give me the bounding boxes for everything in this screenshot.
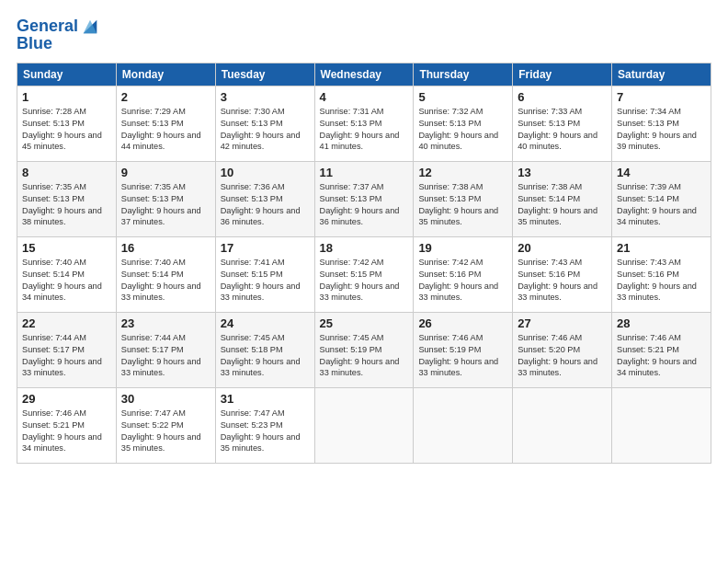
calendar-week-row: 22Sunrise: 7:44 AMSunset: 5:17 PMDayligh… <box>17 312 711 387</box>
day-info: Sunrise: 7:42 AMSunset: 5:15 PMDaylight:… <box>320 257 409 304</box>
day-number: 1 <box>22 90 111 104</box>
calendar-day-cell: 31Sunrise: 7:47 AMSunset: 5:23 PMDayligh… <box>215 387 314 463</box>
day-info: Sunrise: 7:40 AMSunset: 5:14 PMDaylight:… <box>121 257 210 304</box>
calendar-day-cell: 14Sunrise: 7:39 AMSunset: 5:14 PMDayligh… <box>612 161 711 236</box>
weekday-header: Saturday <box>612 63 711 86</box>
day-info: Sunrise: 7:34 AMSunset: 5:13 PMDaylight:… <box>617 106 706 154</box>
day-number: 3 <box>221 90 310 104</box>
day-info: Sunrise: 7:38 AMSunset: 5:13 PMDaylight:… <box>418 181 507 229</box>
day-info: Sunrise: 7:47 AMSunset: 5:22 PMDaylight:… <box>121 408 210 455</box>
day-number: 28 <box>617 316 706 330</box>
calendar-table: SundayMondayTuesdayWednesdayThursdayFrid… <box>17 63 711 464</box>
day-number: 21 <box>617 241 706 255</box>
calendar-day-cell: 16Sunrise: 7:40 AMSunset: 5:14 PMDayligh… <box>116 236 215 312</box>
calendar-day-cell <box>612 387 711 463</box>
day-info: Sunrise: 7:46 AMSunset: 5:20 PMDaylight:… <box>518 332 607 380</box>
calendar-day-cell: 6Sunrise: 7:33 AMSunset: 5:13 PMDaylight… <box>513 86 612 161</box>
day-number: 29 <box>22 392 111 406</box>
calendar-day-cell: 12Sunrise: 7:38 AMSunset: 5:13 PMDayligh… <box>414 161 513 236</box>
logo-text2: Blue <box>17 35 52 53</box>
day-info: Sunrise: 7:37 AMSunset: 5:13 PMDaylight:… <box>320 181 409 229</box>
calendar-day-cell: 19Sunrise: 7:42 AMSunset: 5:16 PMDayligh… <box>414 236 513 312</box>
calendar-day-cell: 13Sunrise: 7:38 AMSunset: 5:14 PMDayligh… <box>513 161 612 236</box>
day-number: 30 <box>121 392 210 406</box>
day-number: 11 <box>320 166 409 179</box>
weekday-header: Friday <box>513 63 612 86</box>
day-info: Sunrise: 7:29 AMSunset: 5:13 PMDaylight:… <box>121 106 210 154</box>
day-number: 26 <box>418 316 507 330</box>
day-info: Sunrise: 7:44 AMSunset: 5:17 PMDaylight:… <box>121 332 210 380</box>
day-info: Sunrise: 7:43 AMSunset: 5:16 PMDaylight:… <box>518 257 607 304</box>
calendar-day-cell: 21Sunrise: 7:43 AMSunset: 5:16 PMDayligh… <box>612 236 711 312</box>
day-number: 25 <box>320 316 409 330</box>
day-info: Sunrise: 7:47 AMSunset: 5:23 PMDaylight:… <box>221 408 310 455</box>
day-info: Sunrise: 7:28 AMSunset: 5:13 PMDaylight:… <box>22 106 111 154</box>
calendar-day-cell: 23Sunrise: 7:44 AMSunset: 5:17 PMDayligh… <box>116 312 215 387</box>
header: General Blue <box>17 17 711 53</box>
day-info: Sunrise: 7:46 AMSunset: 5:21 PMDaylight:… <box>617 332 706 380</box>
calendar-week-row: 29Sunrise: 7:46 AMSunset: 5:21 PMDayligh… <box>17 387 711 463</box>
calendar-body: 1Sunrise: 7:28 AMSunset: 5:13 PMDaylight… <box>17 86 711 463</box>
day-info: Sunrise: 7:35 AMSunset: 5:13 PMDaylight:… <box>121 181 210 229</box>
day-info: Sunrise: 7:35 AMSunset: 5:13 PMDaylight:… <box>22 181 111 229</box>
day-number: 13 <box>518 166 607 179</box>
day-number: 24 <box>221 316 310 330</box>
day-number: 6 <box>518 90 607 104</box>
day-info: Sunrise: 7:45 AMSunset: 5:18 PMDaylight:… <box>221 332 310 380</box>
day-number: 7 <box>617 90 706 104</box>
weekday-header: Sunday <box>17 63 117 86</box>
day-info: Sunrise: 7:30 AMSunset: 5:13 PMDaylight:… <box>221 106 310 154</box>
day-info: Sunrise: 7:43 AMSunset: 5:16 PMDaylight:… <box>617 257 706 304</box>
calendar-week-row: 8Sunrise: 7:35 AMSunset: 5:13 PMDaylight… <box>17 161 711 236</box>
weekday-header: Thursday <box>414 63 513 86</box>
calendar-day-cell: 25Sunrise: 7:45 AMSunset: 5:19 PMDayligh… <box>314 312 414 387</box>
calendar-day-cell: 3Sunrise: 7:30 AMSunset: 5:13 PMDaylight… <box>215 86 314 161</box>
day-info: Sunrise: 7:40 AMSunset: 5:14 PMDaylight:… <box>22 257 111 304</box>
calendar-day-cell: 30Sunrise: 7:47 AMSunset: 5:22 PMDayligh… <box>116 387 215 463</box>
weekday-header: Monday <box>116 63 215 86</box>
day-info: Sunrise: 7:38 AMSunset: 5:14 PMDaylight:… <box>518 181 607 229</box>
day-number: 14 <box>617 166 706 179</box>
calendar-day-cell: 9Sunrise: 7:35 AMSunset: 5:13 PMDaylight… <box>116 161 215 236</box>
calendar-day-cell: 5Sunrise: 7:32 AMSunset: 5:13 PMDaylight… <box>414 86 513 161</box>
day-number: 9 <box>121 166 210 179</box>
weekday-header: Tuesday <box>215 63 314 86</box>
day-info: Sunrise: 7:44 AMSunset: 5:17 PMDaylight:… <box>22 332 111 380</box>
calendar-day-cell <box>414 387 513 463</box>
day-info: Sunrise: 7:46 AMSunset: 5:21 PMDaylight:… <box>22 408 111 455</box>
calendar-day-cell <box>314 387 414 463</box>
calendar-day-cell: 17Sunrise: 7:41 AMSunset: 5:15 PMDayligh… <box>215 236 314 312</box>
calendar-week-row: 15Sunrise: 7:40 AMSunset: 5:14 PMDayligh… <box>17 236 711 312</box>
calendar-day-cell: 22Sunrise: 7:44 AMSunset: 5:17 PMDayligh… <box>17 312 117 387</box>
day-number: 16 <box>121 241 210 255</box>
day-number: 20 <box>518 241 607 255</box>
day-number: 2 <box>121 90 210 104</box>
weekday-header: Wednesday <box>314 63 414 86</box>
day-number: 15 <box>22 241 111 255</box>
calendar-day-cell: 7Sunrise: 7:34 AMSunset: 5:13 PMDaylight… <box>612 86 711 161</box>
calendar-week-row: 1Sunrise: 7:28 AMSunset: 5:13 PMDaylight… <box>17 86 711 161</box>
day-info: Sunrise: 7:41 AMSunset: 5:15 PMDaylight:… <box>221 257 310 304</box>
calendar-container: General Blue SundayMondayTuesdayWednesda… <box>0 0 728 563</box>
day-info: Sunrise: 7:46 AMSunset: 5:19 PMDaylight:… <box>418 332 507 380</box>
day-number: 4 <box>320 90 409 104</box>
day-info: Sunrise: 7:31 AMSunset: 5:13 PMDaylight:… <box>320 106 409 154</box>
day-info: Sunrise: 7:42 AMSunset: 5:16 PMDaylight:… <box>418 257 507 304</box>
day-number: 31 <box>221 392 310 406</box>
logo: General Blue <box>17 17 100 53</box>
calendar-day-cell: 8Sunrise: 7:35 AMSunset: 5:13 PMDaylight… <box>17 161 117 236</box>
calendar-day-cell: 11Sunrise: 7:37 AMSunset: 5:13 PMDayligh… <box>314 161 414 236</box>
calendar-day-cell: 1Sunrise: 7:28 AMSunset: 5:13 PMDaylight… <box>17 86 117 161</box>
day-number: 18 <box>320 241 409 255</box>
day-number: 17 <box>221 241 310 255</box>
calendar-day-cell: 10Sunrise: 7:36 AMSunset: 5:13 PMDayligh… <box>215 161 314 236</box>
calendar-day-cell: 20Sunrise: 7:43 AMSunset: 5:16 PMDayligh… <box>513 236 612 312</box>
day-number: 5 <box>418 90 507 104</box>
day-info: Sunrise: 7:36 AMSunset: 5:13 PMDaylight:… <box>221 181 310 229</box>
day-number: 22 <box>22 316 111 330</box>
calendar-header-row: SundayMondayTuesdayWednesdayThursdayFrid… <box>17 63 711 86</box>
calendar-day-cell: 26Sunrise: 7:46 AMSunset: 5:19 PMDayligh… <box>414 312 513 387</box>
day-number: 8 <box>22 166 111 179</box>
day-info: Sunrise: 7:45 AMSunset: 5:19 PMDaylight:… <box>320 332 409 380</box>
day-number: 19 <box>418 241 507 255</box>
